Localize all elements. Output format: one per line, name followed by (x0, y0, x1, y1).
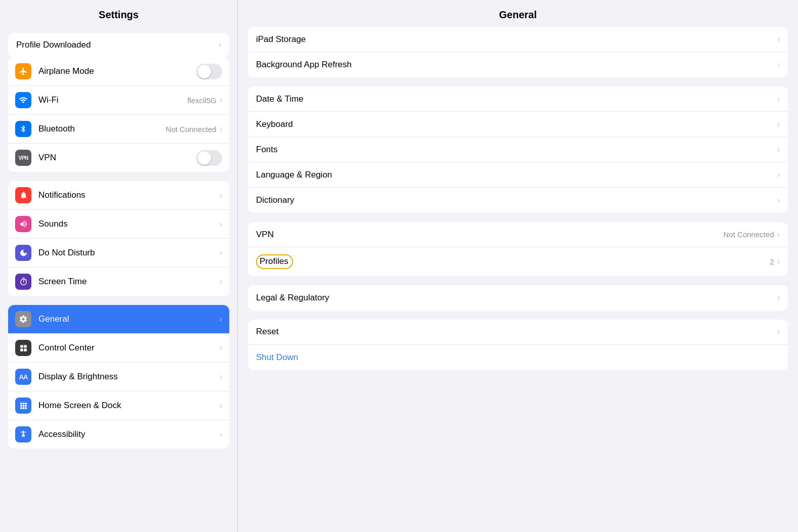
main-item-fonts[interactable]: Fonts › (248, 137, 788, 162)
language-region-label: Language & Region (256, 170, 777, 180)
main-section-vpn-profiles: VPN Not Connected › Profiles 2 › (248, 222, 788, 276)
ipad-storage-label: iPad Storage (256, 34, 777, 45)
reset-label: Reset (256, 327, 777, 337)
main-item-keyboard[interactable]: Keyboard › (248, 112, 788, 137)
main-item-ipad-storage[interactable]: iPad Storage › (248, 27, 788, 52)
reset-chevron: › (777, 327, 780, 336)
screen-time-chevron: › (220, 277, 222, 286)
main-section-regional: Date & Time › Keyboard › Fonts › Languag… (248, 86, 788, 213)
vpn-main-value: Not Connected (724, 230, 774, 239)
main-item-background-refresh[interactable]: Background App Refresh › (248, 52, 788, 77)
profiles-value: 2 (770, 257, 774, 266)
sidebar-item-vpn[interactable]: VPN VPN (8, 144, 229, 172)
screen-time-icon (15, 274, 31, 290)
sounds-label: Sounds (38, 219, 220, 229)
sidebar-item-screen-time[interactable]: Screen Time › (8, 268, 229, 296)
bluetooth-icon (15, 121, 31, 137)
main-section-storage: iPad Storage › Background App Refresh › (248, 27, 788, 77)
profile-downloaded-row[interactable]: Profile Downloaded › (8, 33, 229, 57)
sidebar-item-accessibility[interactable]: Accessibility › (8, 420, 229, 449)
airplane-mode-toggle[interactable] (196, 64, 222, 79)
sidebar-title: Settings (0, 0, 237, 27)
sounds-icon (15, 216, 31, 232)
vpn-main-chevron: › (777, 230, 780, 239)
do-not-disturb-label: Do Not Disturb (38, 248, 220, 258)
airplane-mode-label: Airplane Mode (38, 66, 196, 76)
sidebar-item-general[interactable]: General › (8, 305, 229, 334)
profile-downloaded-label: Profile Downloaded (16, 40, 219, 50)
home-screen-icon (15, 397, 31, 414)
svg-rect-8 (22, 405, 24, 407)
sidebar-item-notifications[interactable]: Notifications › (8, 181, 229, 210)
legal-regulatory-label: Legal & Regulatory (256, 293, 777, 303)
vpn-toggle[interactable] (196, 150, 222, 166)
sidebar-item-bluetooth[interactable]: Bluetooth Not Connected › (8, 115, 229, 144)
shut-down-label: Shut Down (256, 352, 780, 363)
main-title: General (238, 0, 798, 27)
background-refresh-chevron: › (777, 60, 780, 69)
date-time-chevron: › (777, 95, 780, 104)
display-brightness-label: Display & Brightness (38, 372, 220, 382)
airplane-mode-icon (15, 63, 31, 79)
sidebar-item-do-not-disturb[interactable]: Do Not Disturb › (8, 239, 229, 268)
control-center-chevron: › (220, 343, 222, 352)
main-section-legal: Legal & Regulatory › (248, 285, 788, 311)
notifications-icon (15, 187, 31, 203)
main-item-shut-down[interactable]: Shut Down (248, 345, 788, 370)
bluetooth-chevron: › (220, 124, 222, 134)
keyboard-chevron: › (777, 120, 780, 129)
general-label: General (38, 314, 220, 324)
fonts-chevron: › (777, 145, 780, 154)
general-icon (15, 311, 31, 327)
general-chevron: › (220, 315, 222, 324)
background-refresh-label: Background App Refresh (256, 60, 777, 70)
sidebar-section-connectivity: Airplane Mode Wi-Fi flexcil5G › Bluetoot… (8, 57, 229, 172)
sidebar-item-sounds[interactable]: Sounds › (8, 210, 229, 239)
svg-rect-9 (25, 405, 27, 407)
svg-rect-10 (20, 407, 22, 409)
date-time-label: Date & Time (256, 94, 777, 104)
main-item-dictionary[interactable]: Dictionary › (248, 188, 788, 213)
profiles-chevron: › (777, 257, 780, 266)
sidebar-item-display-brightness[interactable]: AA Display & Brightness › (8, 363, 229, 391)
sounds-chevron: › (220, 219, 222, 229)
svg-rect-0 (20, 345, 23, 348)
sidebar-section-notifications: Notifications › Sounds › Do Not Disturb … (8, 181, 229, 296)
display-brightness-chevron: › (220, 372, 222, 381)
do-not-disturb-icon (15, 245, 31, 261)
sidebar-item-home-screen[interactable]: Home Screen & Dock › (8, 391, 229, 420)
control-center-label: Control Center (38, 343, 220, 353)
main-item-reset[interactable]: Reset › (248, 320, 788, 345)
profiles-label: Profiles (256, 254, 770, 269)
svg-rect-12 (25, 407, 27, 409)
main-item-language-region[interactable]: Language & Region › (248, 162, 788, 188)
sidebar-item-wifi[interactable]: Wi-Fi flexcil5G › (8, 86, 229, 115)
svg-rect-2 (20, 348, 23, 351)
keyboard-label: Keyboard (256, 119, 777, 129)
home-screen-chevron: › (220, 401, 222, 410)
sidebar-item-control-center[interactable]: Control Center › (8, 334, 229, 363)
wifi-chevron: › (220, 96, 222, 105)
wifi-icon (15, 92, 31, 108)
display-brightness-icon: AA (15, 369, 31, 385)
language-region-chevron: › (777, 170, 780, 180)
ipad-storage-chevron: › (777, 35, 780, 44)
control-center-icon (15, 340, 31, 356)
sidebar: Settings Profile Downloaded › Airplane M… (0, 0, 238, 532)
main-item-profiles[interactable]: Profiles 2 › (248, 247, 788, 276)
accessibility-label: Accessibility (38, 429, 220, 439)
main-item-date-time[interactable]: Date & Time › (248, 86, 788, 112)
do-not-disturb-chevron: › (220, 248, 222, 257)
sidebar-section-system: General › Control Center › AA Display & … (8, 305, 229, 449)
svg-rect-7 (20, 405, 22, 407)
wifi-value: flexcil5G (187, 96, 217, 105)
main-item-legal-regulatory[interactable]: Legal & Regulatory › (248, 285, 788, 311)
bluetooth-value: Not Connected (166, 125, 217, 134)
bluetooth-label: Bluetooth (38, 124, 166, 134)
sidebar-item-airplane-mode[interactable]: Airplane Mode (8, 57, 229, 86)
vpn-label: VPN (38, 153, 196, 163)
main-item-vpn[interactable]: VPN Not Connected › (248, 222, 788, 247)
dictionary-chevron: › (777, 196, 780, 205)
home-screen-label: Home Screen & Dock (38, 401, 220, 411)
svg-rect-6 (25, 403, 27, 405)
